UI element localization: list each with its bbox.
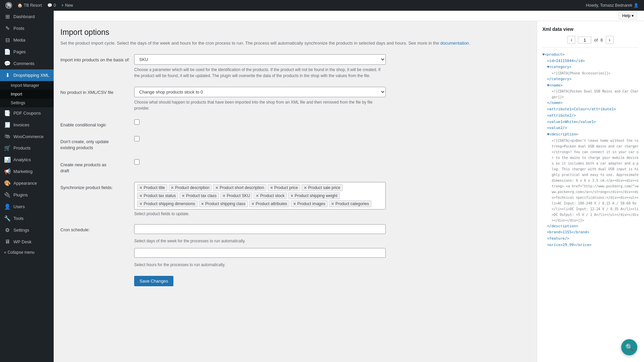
sidebar-item-users[interactable]: 👤 Users <box>0 201 54 213</box>
remove-tag-button[interactable]: × <box>256 193 259 198</box>
sidebar-item-media[interactable]: ⊟ Media <box>0 34 54 46</box>
sidebar-item-wpdesk[interactable]: 🖥 WP Desk <box>0 236 54 247</box>
sync-field-tag: × Product SKU <box>220 192 253 199</box>
sync-field-tag: × Product short description <box>213 184 266 191</box>
cron-schedule-field: Select days of the week for the processe… <box>134 224 386 268</box>
xml-line: <value1>White</value1> <box>542 119 639 125</box>
remove-tag-button[interactable]: × <box>171 185 174 190</box>
comments-icon: 💬 <box>4 60 11 67</box>
sidebar-item-dashboard[interactable]: ⊞ Dashboard <box>0 11 54 22</box>
remove-tag-button[interactable]: × <box>270 185 273 190</box>
xml-content-area[interactable]: ▼<product><id>I4115044</id>▼<category><!… <box>542 52 639 246</box>
sync-field-tag: × Product price <box>268 184 300 191</box>
analytics-icon: 📊 <box>4 157 11 163</box>
create-draft-field <box>134 159 386 166</box>
documentation-link[interactable]: documentation <box>440 41 469 46</box>
xml-line: <![CDATA[<p>Don't leave home without the… <box>542 138 639 223</box>
plugins-icon: 🔌 <box>4 192 11 198</box>
only-update-checkbox[interactable] <box>134 136 140 141</box>
import-basis-label: Import into products on the basis of: <box>60 54 134 63</box>
xml-line: <![CDATA[Pocken Dual USB Mains and Car C… <box>542 88 639 100</box>
sync-field-tag: × Product shipping class <box>199 200 248 207</box>
invoices-icon: 🧾 <box>4 122 11 128</box>
remove-tag-button[interactable]: × <box>201 201 204 206</box>
xml-panel-title: Xml data view <box>542 26 639 32</box>
xml-total-pages: 6 <box>600 38 603 43</box>
new-content[interactable]: + New <box>59 0 76 11</box>
no-product-field: Change shop products stock to 0 Delete p… <box>134 87 386 111</box>
xml-line: <brand>1155</brand> <box>542 229 639 236</box>
sidebar-item-settings[interactable]: ⚙ Settings <box>0 224 54 236</box>
sync-field-tag: × Product attributes <box>249 200 289 207</box>
sync-field-tag: × Product tax class <box>179 192 219 199</box>
remove-tag-button[interactable]: × <box>290 193 293 198</box>
remove-tag-button[interactable]: × <box>140 201 142 206</box>
sidebar-sub-import[interactable]: Import <box>0 90 54 99</box>
remove-tag-button[interactable]: × <box>215 185 218 190</box>
import-basis-section: Import into products on the basis of: SK… <box>60 54 530 79</box>
xml-page-of: of <box>594 38 598 43</box>
sidebar: ⊞ Dashboard ✎ Posts ⊟ Media 📄 Pages 💬 Co… <box>0 11 54 362</box>
xml-panel: Xml data view ‹ of 6 › ▼<product><id>I41… <box>537 21 644 362</box>
remove-tag-button[interactable]: × <box>182 193 184 198</box>
remove-tag-button[interactable]: × <box>223 193 225 198</box>
sidebar-item-comments[interactable]: 💬 Comments <box>0 58 54 69</box>
remove-tag-button[interactable]: × <box>293 201 296 206</box>
sidebar-item-products[interactable]: 🛒 Products <box>0 142 54 154</box>
site-name[interactable]: 🏠 TB Resort <box>15 0 45 11</box>
no-product-section: No product in XML/CSV file Change shop p… <box>60 87 530 111</box>
search-fab[interactable]: 🔍 <box>621 339 637 355</box>
sync-fields-label: Synchronize product fields: <box>60 182 134 191</box>
cron-days-input[interactable] <box>134 224 386 234</box>
sidebar-item-posts[interactable]: ✎ Posts <box>0 22 54 34</box>
only-update-section: Don't create, only update existing produ… <box>60 136 530 151</box>
help-button[interactable]: Help ▾ <box>619 12 637 19</box>
conditional-logic-field <box>134 119 386 126</box>
sidebar-item-pdf-coupons[interactable]: 📑 PDF Coupons <box>0 107 54 119</box>
wp-logo[interactable] <box>3 0 15 11</box>
remove-tag-button[interactable]: × <box>140 193 142 198</box>
xml-line: ▼<product> <box>542 52 639 58</box>
import-basis-select[interactable]: SKU EAN ID <box>134 54 386 65</box>
cron-days-help: Select days of the week for the processe… <box>134 238 386 244</box>
remove-tag-button[interactable]: × <box>304 185 307 190</box>
conditional-logic-section: Enable conditional logic <box>60 119 530 128</box>
sidebar-item-pages[interactable]: 📄 Pages <box>0 46 54 58</box>
save-button[interactable]: Save Changes <box>134 276 173 286</box>
sidebar-item-analytics[interactable]: 📊 Analytics <box>0 154 54 166</box>
sidebar-item-marketing[interactable]: 📢 Marketing <box>0 166 54 177</box>
sync-field-tag: × Product shipping dimensions <box>137 200 198 207</box>
sync-field-tag: × Product description <box>169 184 212 191</box>
sync-field-tag: × Product tax status <box>137 192 178 199</box>
user-info[interactable]: Howdy, Tomasz Bednarek 👤 <box>583 0 641 11</box>
no-product-label: No product in XML/CSV file <box>60 87 134 96</box>
cron-hours-input[interactable] <box>134 248 386 258</box>
sidebar-sub-import-manager[interactable]: Import Manager <box>0 81 54 90</box>
sidebar-item-dropshipping[interactable]: ⬇ Dropshipping XML <box>0 69 54 81</box>
conditional-logic-checkbox[interactable] <box>134 119 140 125</box>
xml-page-input[interactable] <box>578 37 591 44</box>
save-section: Save Changes <box>60 276 530 286</box>
sidebar-sub-settings[interactable]: Settings <box>0 99 54 107</box>
tools-icon: 🔧 <box>4 215 11 222</box>
sidebar-item-plugins[interactable]: 🔌 Plugins <box>0 189 54 201</box>
sidebar-item-appearance[interactable]: 🎨 Appearance <box>0 177 54 189</box>
remove-tag-button[interactable]: × <box>140 185 142 190</box>
wpdesk-icon: 🖥 <box>4 239 11 245</box>
sidebar-item-woocommerce[interactable]: 🛍 WooCommerce <box>0 131 54 142</box>
comments-link[interactable]: 💬 0 <box>45 0 59 11</box>
remove-tag-button[interactable]: × <box>252 201 254 206</box>
collapse-menu[interactable]: « Collapse menu <box>0 247 54 257</box>
xml-prev-button[interactable]: ‹ <box>568 36 575 44</box>
sync-field-tag: × Product categories <box>329 200 371 207</box>
xml-next-button[interactable]: › <box>606 36 613 44</box>
no-product-select[interactable]: Change shop products stock to 0 Delete p… <box>134 87 386 97</box>
dropshipping-icon: ⬇ <box>4 72 11 78</box>
remove-tag-button[interactable]: × <box>331 201 334 206</box>
sidebar-item-tools[interactable]: 🔧 Tools <box>0 213 54 224</box>
create-draft-checkbox[interactable] <box>134 159 140 165</box>
sidebar-item-invoices[interactable]: 🧾 Invoices <box>0 119 54 131</box>
sync-field-tag: × Product shipping weight <box>288 192 340 199</box>
create-draft-label: Create new products as draft <box>60 159 134 174</box>
users-icon: 👤 <box>4 203 11 210</box>
